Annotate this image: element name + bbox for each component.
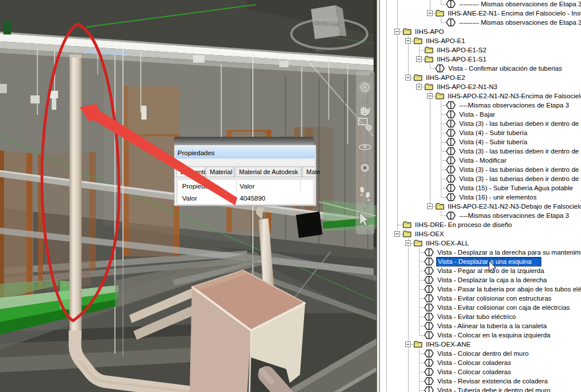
svg-text:Vista (3) - las tuberias deben: Vista (3) - las tuberias deben ir dentro… <box>459 175 581 182</box>
svg-text:Vista - Alinear la tubería a l: Vista - Alinear la tubería a la canaleta <box>437 322 547 329</box>
svg-text:Vista - Pasar la tuberia por a: Vista - Pasar la tuberia por abajo de lo… <box>437 286 581 293</box>
svg-text:IIHS-OEX: IIHS-OEX <box>415 230 444 237</box>
svg-text:----Mismas observaciones de Et: ----Mismas observaciones de Etapa 3 <box>459 212 569 219</box>
svg-text:Vista (3) - las tuberias deben: Vista (3) - las tuberias deben ir dentro… <box>459 148 581 155</box>
svg-text:IIHS-ANE-E2-N1- Encima del Fal: IIHS-ANE-E2-N1- Encima del Falsocielo - … <box>448 10 581 17</box>
svg-text:IIHS-APO-E1-S1: IIHS-APO-E1-S1 <box>437 56 486 63</box>
svg-text:Vista - Revisar existencia de: Vista - Revisar existencia de coladera <box>437 378 548 385</box>
svg-text:--------- Mismas observaciones: --------- Mismas observaciones de Etapa … <box>459 19 581 26</box>
svg-text:Valor: Valor <box>240 183 255 190</box>
svg-text:Vista - Colocar coladeras: Vista - Colocar coladeras <box>437 359 511 366</box>
svg-text:Valor: Valor <box>182 195 197 202</box>
svg-text:IIHS-APO-E1: IIHS-APO-E1 <box>426 37 465 44</box>
svg-text:IIHS-OEX-ANE: IIHS-OEX-ANE <box>426 341 471 348</box>
svg-text:Vista - Confirmar ubicación de: Vista - Confirmar ubicación de tuberias <box>448 65 562 72</box>
svg-text:Propiedades: Propiedades <box>178 149 215 156</box>
svg-text:Vista (3) - las tuberias deben: Vista (3) - las tuberias deben ir dentro… <box>459 120 581 127</box>
svg-text:E/1..: E/1.. <box>316 48 325 53</box>
svg-text:Vista - Evitar colisionar con: Vista - Evitar colisionar con caja de el… <box>437 304 570 311</box>
svg-text:IIHS-APO-E2-N1-N3: IIHS-APO-E2-N1-N3 <box>437 83 497 90</box>
svg-text:Material: Material <box>210 168 232 175</box>
svg-text:Material de Autodesk: Material de Autodesk <box>239 168 298 175</box>
svg-text:Vista - Tubería debe ir dentro: Vista - Tubería debe ir dentro del muro <box>437 387 551 392</box>
svg-text:IIHS-OEX-ALL: IIHS-OEX-ALL <box>426 240 469 247</box>
svg-text:IIHS-APO-E1-S2: IIHS-APO-E1-S2 <box>437 47 486 53</box>
svg-text:4045890: 4045890 <box>240 195 266 202</box>
svg-text:----Mismas observaciones de Et: ----Mismas observaciones de Etapa 3 <box>459 102 569 109</box>
svg-text:Vista - Colocar coladeras: Vista - Colocar coladeras <box>437 368 511 375</box>
svg-text:Vista - Bajar: Vista - Bajar <box>459 111 495 118</box>
svg-text:Vista - Colocar dentro del mur: Vista - Colocar dentro del muro <box>437 350 529 357</box>
svg-text:Vista - Evitar colisionar con: Vista - Evitar colisionar con estructura… <box>437 295 552 302</box>
svg-text:IIHS-APO-E2-N1-N2-N3-Debajo de: IIHS-APO-E2-N1-N2-N3-Debajo de Falsociel… <box>448 203 581 210</box>
svg-text:Mate: Mate <box>306 168 320 175</box>
svg-text:Vista (16) - unir elementos: Vista (16) - unir elementos <box>459 194 537 201</box>
svg-text:IIHS-DRE- En proceso de diseño: IIHS-DRE- En proceso de diseño <box>415 221 512 228</box>
svg-text:IIHS-APO-E2: IIHS-APO-E2 <box>426 74 465 81</box>
svg-text:Vista (4) - Subir tubería: Vista (4) - Subir tubería <box>459 139 528 145</box>
svg-text:Vista - Evitar tubo eléctrico: Vista - Evitar tubo eléctrico <box>437 313 516 320</box>
svg-text:Vista - Desplazar a la derecha: Vista - Desplazar a la derecha para su m… <box>437 249 581 256</box>
svg-text:Vista (4) - Subir tubería: Vista (4) - Subir tubería <box>459 129 528 136</box>
svg-text:Vista (3) - las tuberias deben: Vista (3) - las tuberias deben ir dentro… <box>459 166 581 173</box>
svg-text:IIHS-APO-E2-N1-N2-N3-Encima de: IIHS-APO-E2-N1-N2-N3-Encima de Falsociel… <box>448 93 581 99</box>
svg-text:Vista - Desplazar la caja a la: Vista - Desplazar la caja a la derecha <box>437 276 547 283</box>
svg-text:Vista - Desplazar a una esquin: Vista - Desplazar a una esquina <box>438 258 532 265</box>
svg-text:Vista (15) - Subir Tuberia Agu: Vista (15) - Subir Tuberia Agua potable <box>459 185 573 191</box>
svg-text:Vista - Modificar: Vista - Modificar <box>459 157 506 164</box>
svg-text:Vista - Colocar en la esquina: Vista - Colocar en la esquina izquierda <box>437 332 551 339</box>
svg-text:IIHS-APO: IIHS-APO <box>415 28 444 35</box>
svg-text:--------- Mismas observaciones: --------- Mismas observaciones de Etapa … <box>459 1 581 7</box>
